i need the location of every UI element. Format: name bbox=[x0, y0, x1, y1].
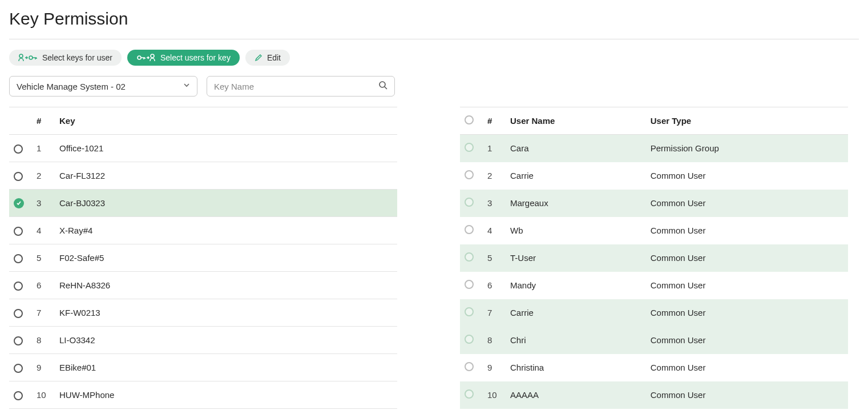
user-name-cell: Cara bbox=[506, 135, 646, 162]
select-users-for-key-button[interactable]: Select users for key bbox=[127, 50, 240, 66]
table-row[interactable]: 10AAAAACommon User bbox=[460, 381, 848, 409]
user-type-cell: Common User bbox=[646, 162, 848, 190]
row-num: 1 bbox=[32, 135, 55, 162]
table-row[interactable]: 2Car-FL3122 bbox=[9, 162, 397, 190]
table-row[interactable]: 9EBike#01 bbox=[9, 354, 397, 381]
row-num: 10 bbox=[32, 381, 55, 409]
key-name-cell: Car-FL3122 bbox=[55, 162, 397, 190]
user-type-cell: Common User bbox=[646, 299, 848, 327]
checkbox-empty-icon[interactable] bbox=[465, 252, 474, 262]
svg-point-2 bbox=[138, 56, 141, 59]
title-divider bbox=[9, 39, 859, 39]
radio-empty-icon[interactable] bbox=[14, 336, 23, 345]
svg-point-3 bbox=[151, 54, 154, 58]
radio-empty-icon[interactable] bbox=[14, 227, 23, 236]
row-num: 7 bbox=[32, 299, 55, 327]
table-row[interactable]: 8ChriCommon User bbox=[460, 327, 848, 354]
radio-empty-icon[interactable] bbox=[14, 282, 23, 291]
system-select[interactable]: Vehicle Manage System - 02 bbox=[9, 76, 197, 97]
row-num: 4 bbox=[483, 217, 506, 244]
keys-header-num: # bbox=[32, 107, 55, 135]
key-search-input[interactable] bbox=[207, 76, 395, 97]
radio-empty-icon[interactable] bbox=[14, 309, 23, 318]
users-table: # User Name User Type 1CaraPermission Gr… bbox=[460, 107, 848, 409]
row-num: 3 bbox=[32, 190, 55, 217]
checkbox-empty-icon[interactable] bbox=[465, 362, 474, 371]
table-row[interactable]: 1Office-1021 bbox=[9, 135, 397, 162]
user-name-cell: Margeaux bbox=[506, 190, 646, 217]
select-keys-label: Select keys for user bbox=[42, 53, 112, 62]
key-name-cell: EBike#01 bbox=[55, 354, 397, 381]
edit-button[interactable]: Edit bbox=[245, 50, 290, 66]
row-num: 9 bbox=[483, 354, 506, 381]
system-select-value: Vehicle Manage System - 02 bbox=[9, 76, 197, 97]
keys-panel: # Key 1Office-10212Car-FL31223Car-BJ0323… bbox=[9, 107, 397, 409]
row-num: 4 bbox=[32, 217, 55, 244]
keys-header-key: Key bbox=[55, 107, 397, 135]
key-name-cell: F02-Safe#5 bbox=[55, 244, 397, 272]
user-name-cell: AAAAA bbox=[506, 381, 646, 409]
checkbox-empty-icon[interactable] bbox=[465, 280, 474, 289]
user-name-cell: Carrie bbox=[506, 299, 646, 327]
table-row[interactable]: 8LI-O3342 bbox=[9, 327, 397, 354]
filter-row: Vehicle Manage System - 02 bbox=[9, 76, 859, 97]
checkbox-empty-icon[interactable] bbox=[465, 389, 474, 399]
user-name-cell: Wb bbox=[506, 217, 646, 244]
key-to-user-icon bbox=[136, 53, 156, 62]
users-header-name: User Name bbox=[506, 107, 646, 135]
checkbox-empty-icon[interactable] bbox=[465, 307, 474, 316]
radio-empty-icon[interactable] bbox=[14, 391, 23, 400]
table-row[interactable]: 7CarrieCommon User bbox=[460, 299, 848, 327]
user-type-cell: Common User bbox=[646, 272, 848, 299]
radio-selected-icon[interactable] bbox=[14, 198, 24, 208]
table-row[interactable]: 3MargeauxCommon User bbox=[460, 190, 848, 217]
table-row[interactable]: 7KF-W0213 bbox=[9, 299, 397, 327]
table-row[interactable]: 4WbCommon User bbox=[460, 217, 848, 244]
checkbox-empty-icon[interactable] bbox=[465, 143, 474, 152]
table-row[interactable]: 1CaraPermission Group bbox=[460, 135, 848, 162]
users-select-all-checkbox[interactable] bbox=[465, 115, 474, 124]
two-column-layout: # Key 1Office-10212Car-FL31223Car-BJ0323… bbox=[9, 107, 859, 409]
table-row[interactable]: 6ReHN-A8326 bbox=[9, 272, 397, 299]
users-panel: # User Name User Type 1CaraPermission Gr… bbox=[460, 107, 848, 409]
radio-empty-icon[interactable] bbox=[14, 364, 23, 373]
checkbox-empty-icon[interactable] bbox=[465, 170, 474, 179]
radio-empty-icon[interactable] bbox=[14, 172, 23, 181]
row-num: 7 bbox=[483, 299, 506, 327]
search-icon bbox=[378, 80, 388, 93]
key-name-cell: KF-W0213 bbox=[55, 299, 397, 327]
table-row[interactable]: 10HUW-MPhone bbox=[9, 381, 397, 409]
table-row[interactable]: 4X-Ray#4 bbox=[9, 217, 397, 244]
checkbox-empty-icon[interactable] bbox=[465, 225, 474, 234]
svg-point-0 bbox=[19, 54, 23, 58]
svg-point-4 bbox=[380, 82, 385, 87]
user-type-cell: Common User bbox=[646, 381, 848, 409]
radio-empty-icon[interactable] bbox=[14, 144, 23, 154]
checkbox-empty-icon[interactable] bbox=[465, 335, 474, 344]
edit-label: Edit bbox=[267, 53, 281, 62]
table-row[interactable]: 2CarrieCommon User bbox=[460, 162, 848, 190]
row-num: 1 bbox=[483, 135, 506, 162]
key-name-cell: Office-1021 bbox=[55, 135, 397, 162]
row-num: 9 bbox=[32, 354, 55, 381]
table-row[interactable]: 5F02-Safe#5 bbox=[9, 244, 397, 272]
key-name-cell: ReHN-A8326 bbox=[55, 272, 397, 299]
select-keys-for-user-button[interactable]: Select keys for user bbox=[9, 50, 122, 66]
pencil-icon bbox=[255, 54, 263, 62]
key-name-cell: LI-O3342 bbox=[55, 327, 397, 354]
user-name-cell: T-User bbox=[506, 244, 646, 272]
page-title: Key Permission bbox=[9, 9, 859, 29]
table-row[interactable]: 3Car-BJ0323 bbox=[9, 190, 397, 217]
user-type-cell: Permission Group bbox=[646, 135, 848, 162]
table-row[interactable]: 9ChristinaCommon User bbox=[460, 354, 848, 381]
user-type-cell: Common User bbox=[646, 217, 848, 244]
radio-empty-icon[interactable] bbox=[14, 254, 23, 263]
toolbar: Select keys for user Select users for ke… bbox=[9, 50, 859, 66]
row-num: 10 bbox=[483, 381, 506, 409]
table-row[interactable]: 5T-UserCommon User bbox=[460, 244, 848, 272]
row-num: 6 bbox=[32, 272, 55, 299]
row-num: 8 bbox=[32, 327, 55, 354]
checkbox-empty-icon[interactable] bbox=[465, 198, 474, 207]
table-row[interactable]: 6MandyCommon User bbox=[460, 272, 848, 299]
user-type-cell: Common User bbox=[646, 327, 848, 354]
